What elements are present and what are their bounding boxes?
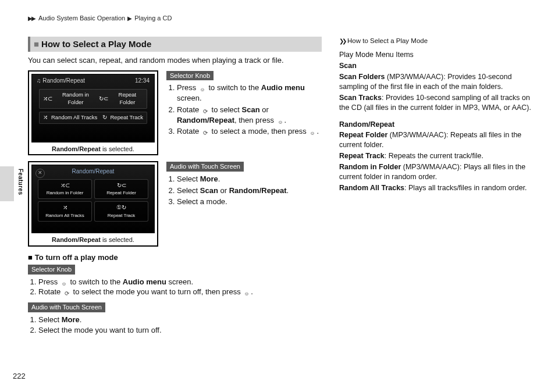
screenshot-caption: Random/Repeat is selected. — [31, 236, 155, 244]
section-heading-text: How to Select a Play Mode — [41, 39, 151, 49]
rotate-knob-icon: ⟳ — [201, 108, 209, 115]
screenshot-random-repeat-grid: ✕ Random/Repeat ⤮⊂Random in Folder ↻⊂Rep… — [28, 161, 158, 247]
shot2-title: Random/Repeat — [32, 165, 154, 176]
shot-music-icon: ♫ Random/Repeat — [37, 77, 85, 85]
breadcrumb-page: Playing a CD — [134, 14, 172, 23]
press-knob-icon: ⌾ — [198, 86, 207, 93]
manual-page: Features ▶▶ Audio System Basic Operation… — [0, 0, 555, 392]
repeat-folder-line: Repeat Folder (MP3/WMA/AAC): Repeats all… — [339, 130, 538, 150]
press-knob-icon: ⌾ — [60, 280, 68, 287]
shuffle-folder-icon: ⤮⊂ — [61, 181, 70, 190]
shuffle-icon: ⤮ — [43, 114, 48, 122]
double-chevron-icon: ❯❯ — [339, 37, 345, 45]
chevron-right-icon: ▶ — [127, 15, 131, 23]
grid-button: ⤮Random All Tracks — [38, 201, 92, 221]
ordered-steps: Press ⌾ to switch to the Audio menu scre… — [166, 83, 322, 137]
breadcrumb-section: Audio System Basic Operation — [38, 14, 125, 23]
chevron-right-icon: ▶▶ — [28, 15, 35, 23]
side-tab — [0, 166, 14, 201]
side-tab-label: Features — [16, 169, 24, 195]
step-item: Select More. — [177, 174, 322, 184]
screenshot-caption: Random/Repeat is selected. — [31, 145, 155, 154]
repeat-track-icon: ↻ — [102, 114, 107, 122]
touch-screen-steps: Audio with Touch Screen Select More. Sel… — [166, 161, 322, 247]
ordered-steps: Select More. Select the mode you want to… — [28, 315, 322, 335]
step-item: Press ⌾ to switch to the Audio menu scre… — [38, 277, 322, 287]
random-repeat-label: Random/Repeat — [339, 120, 394, 129]
press-knob-icon: ⌾ — [276, 118, 284, 125]
step-item: Select Scan or Random/Repeat. — [177, 186, 322, 196]
row-selector-knob: ♫ Random/Repeat 12:34 ⤮⊂ Random in Folde… — [28, 70, 322, 156]
random-all-line: Random All Tracks: Plays all tracks/file… — [339, 183, 538, 193]
list-item: ⤮ Random All Tracks ↻ Repeat Track — [39, 112, 147, 124]
screen-image-1: ♫ Random/Repeat 12:34 ⤮⊂ Random in Folde… — [31, 74, 155, 142]
step-item: Rotate ⟳ to select a mode, then press ⌾. — [177, 126, 322, 137]
intro-text: You can select scan, repeat, and random … — [28, 55, 322, 66]
repeat-one-icon: ①↻ — [116, 204, 126, 212]
scan-folders-line: Scan Folders (MP3/WMA/AAC): Provides 10-… — [339, 72, 538, 92]
row-touch-screen: ✕ Random/Repeat ⤮⊂Random in Folder ↻⊂Rep… — [28, 161, 322, 247]
screenshot-random-repeat-list: ♫ Random/Repeat 12:34 ⤮⊂ Random in Folde… — [28, 70, 158, 156]
ordered-steps: Press ⌾ to switch to the Audio menu scre… — [28, 277, 322, 298]
tag-touch-screen: Audio with Touch Screen — [166, 162, 244, 172]
ordered-steps: Select More. Select Scan or Random/Repea… — [166, 174, 322, 207]
tag-selector-knob: Selector Knob — [166, 71, 214, 81]
step-item: Select a mode. — [177, 197, 322, 207]
turn-off-section: ■To turn off a play mode Selector Knob P… — [28, 252, 322, 335]
tag-selector-knob: Selector Knob — [28, 265, 75, 275]
section-heading: ■How to Select a Play Mode — [28, 37, 322, 52]
shuffle-folder-icon: ⤮⊂ — [43, 95, 52, 103]
screen-image-2: ✕ Random/Repeat ⤮⊂Random in Folder ↻⊂Rep… — [31, 165, 155, 233]
step-item: Select More. — [38, 315, 322, 325]
menu-items-title: Play Mode Menu Items — [339, 50, 538, 60]
tag-touch-screen: Audio with Touch Screen — [28, 302, 105, 312]
side-body: Play Mode Menu Items Scan Scan Folders (… — [339, 50, 538, 193]
grid-button: ↻⊂Repeat Folder — [94, 179, 148, 199]
step-item: Rotate ⟳ to select Scan or Random/Repeat… — [177, 105, 322, 126]
repeat-folder-icon: ↻⊂ — [117, 181, 126, 190]
shuffle-icon: ⤮ — [63, 204, 67, 212]
repeat-folder-icon: ↻⊂ — [99, 95, 108, 103]
square-bullet-icon: ■ — [28, 253, 33, 262]
side-column: ❯❯ How to Select a Play Mode Play Mode M… — [339, 37, 538, 340]
repeat-track-line: Repeat Track: Repeats the current track/… — [339, 151, 538, 161]
main-column: ■How to Select a Play Mode You can selec… — [28, 37, 322, 340]
shot-clock: 12:34 — [135, 77, 150, 85]
step-item: Select the mode you want to turn off. — [38, 325, 322, 336]
sub-heading: ■To turn off a play mode — [28, 252, 322, 263]
grid-button: ⤮⊂Random in Folder — [38, 179, 92, 199]
step-item: Rotate ⟳ to select the mode you want to … — [38, 287, 322, 297]
step-item: Press ⌾ to switch to the Audio menu scre… — [177, 83, 322, 103]
scan-tracks-line: Scan Tracks: Provides 10-second sampling… — [339, 93, 538, 113]
selector-knob-steps: Selector Knob Press ⌾ to switch to the A… — [166, 70, 322, 156]
press-knob-icon: ⌾ — [308, 130, 316, 137]
press-knob-icon: ⌾ — [243, 290, 251, 297]
grid-button: ①↻Repeat Track — [94, 201, 148, 221]
scan-label: Scan — [339, 62, 357, 70]
list-item: ⤮⊂ Random in Folder ↻⊂ Repeat Folder — [39, 89, 147, 109]
side-heading: ❯❯ How to Select a Play Mode — [339, 37, 538, 46]
random-folder-line: Random in Folder (MP3/WMA/AAC): Plays al… — [339, 162, 538, 182]
rotate-knob-icon: ⟳ — [63, 290, 71, 297]
content-columns: ■How to Select a Play Mode You can selec… — [28, 37, 538, 340]
page-number: 222 — [13, 371, 26, 382]
breadcrumb: ▶▶ Audio System Basic Operation ▶ Playin… — [28, 14, 538, 23]
rotate-knob-icon: ⟳ — [201, 130, 209, 137]
square-bullet-icon: ■ — [34, 39, 39, 49]
